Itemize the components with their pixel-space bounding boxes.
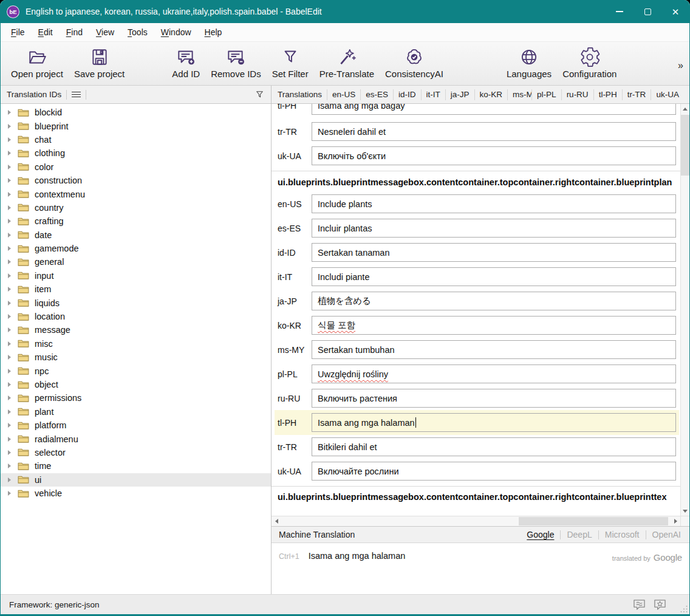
feedback-icon[interactable] (633, 599, 646, 611)
tree-item-message[interactable]: message (1, 323, 271, 337)
tree-item-date[interactable]: date (1, 228, 271, 242)
tree-item-input[interactable]: input (1, 269, 271, 282)
translation-input-tl-PH[interactable]: Isama ang mga bagay (312, 104, 676, 115)
tree-expand-icon[interactable] (8, 491, 11, 496)
horizontal-scrollbar[interactable] (272, 516, 680, 526)
mt-provider-deepl[interactable]: DeepL (561, 530, 598, 539)
tree-expand-icon[interactable] (8, 395, 11, 400)
menu-item-help[interactable]: Help (198, 25, 229, 39)
tree-expand-icon[interactable] (8, 233, 11, 238)
translation-input-en-US[interactable]: Include plants (312, 194, 676, 213)
tree-item-contextmenu[interactable]: contextmenu (1, 187, 271, 200)
toolbar-button-languages[interactable]: Languages (501, 45, 557, 80)
tree-item-crafting[interactable]: crafting (1, 214, 271, 228)
toolbar-button-pre-translate[interactable]: Pre-Translate (314, 45, 380, 80)
language-tab-uk-UA[interactable]: uk-UA (651, 89, 683, 100)
tree-expand-icon[interactable] (8, 450, 11, 455)
tree-item-platform[interactable]: platform (1, 419, 271, 432)
language-tab-id-ID[interactable]: id-ID (393, 89, 421, 100)
language-tab-es-ES[interactable]: es-ES (360, 89, 393, 100)
horizontal-scroll-thumb[interactable] (519, 517, 668, 525)
translation-input-tr-TR[interactable]: Nesneleri dahil et (312, 122, 676, 141)
tree-item-country[interactable]: country (1, 201, 271, 214)
scroll-down-icon[interactable] (681, 506, 689, 516)
tree-expand-icon[interactable] (8, 151, 11, 156)
tree-expand-icon[interactable] (8, 437, 11, 442)
tree-item-object[interactable]: object (1, 378, 271, 391)
toolbar-button-set-filter[interactable]: Set Filter (267, 45, 314, 80)
translation-input-ru-RU[interactable]: Включить растения (312, 389, 676, 408)
tree-item-music[interactable]: music (1, 351, 271, 364)
toolbar-button-add-id[interactable]: Add ID (166, 45, 205, 80)
toolbar-button-save-project[interactable]: Save project (69, 45, 130, 80)
menu-item-view[interactable]: View (89, 25, 121, 39)
translation-input-uk-UA[interactable]: Включіть об'єкти (312, 146, 676, 165)
tree-item-time[interactable]: time (1, 459, 271, 473)
tree-expand-icon[interactable] (8, 382, 11, 387)
scroll-right-icon[interactable] (671, 516, 680, 526)
tree-item-blockid[interactable]: blockid (1, 106, 271, 119)
toolbar-overflow-button[interactable]: » (678, 60, 683, 71)
tree-expand-icon[interactable] (8, 314, 11, 319)
tree-expand-icon[interactable] (8, 110, 11, 115)
tree-item-radialmenu[interactable]: radialmenu (1, 432, 271, 445)
mt-provider-google[interactable]: Google (521, 530, 560, 539)
menu-item-tools[interactable]: Tools (121, 25, 154, 39)
tree-expand-icon[interactable] (8, 464, 11, 468)
tree-item-plant[interactable]: plant (1, 405, 271, 419)
maximize-button[interactable] (634, 0, 661, 23)
translation-input-pl-PL[interactable]: Uwzględnij rośliny (312, 364, 676, 383)
tree-item-general[interactable]: general (1, 255, 271, 269)
tree-item-ui[interactable]: ui (1, 473, 271, 487)
language-tab-tr-TR[interactable]: tr-TR (622, 89, 651, 100)
tree-item-color[interactable]: color (1, 160, 271, 174)
toolbar-button-consistencyai[interactable]: ConsistencyAI (380, 45, 449, 80)
tree-expand-icon[interactable] (8, 369, 11, 374)
language-tab-ru-RU[interactable]: ru-RU (561, 89, 593, 100)
resize-grip[interactable] (680, 604, 688, 613)
tree-expand-icon[interactable] (8, 355, 11, 360)
tree-item-permissions[interactable]: permissions (1, 391, 271, 405)
toolbar-button-configuration[interactable]: Configuration (557, 45, 622, 80)
translation-input-ko-KR[interactable]: 식물 포함 (312, 316, 676, 335)
tree-expand-icon[interactable] (8, 205, 11, 210)
language-tab-ja-JP[interactable]: ja-JP (445, 89, 474, 100)
tree-expand-icon[interactable] (8, 477, 11, 482)
tree-expand-icon[interactable] (8, 409, 11, 414)
scroll-left-icon[interactable] (272, 516, 281, 526)
menu-item-file[interactable]: File (4, 25, 32, 39)
tree-expand-icon[interactable] (8, 273, 11, 278)
tree-item-misc[interactable]: misc (1, 337, 271, 351)
rate-star-icon[interactable] (654, 599, 666, 611)
language-tab-en-US[interactable]: en-US (327, 89, 360, 100)
close-button[interactable]: ✕ (661, 0, 689, 23)
translation-input-id-ID[interactable]: Sertakan tanaman (312, 243, 676, 262)
tree-expand-icon[interactable] (8, 165, 11, 169)
minimize-button[interactable] (606, 0, 634, 23)
vertical-scroll-thumb[interactable] (681, 115, 689, 176)
tree-expand-icon[interactable] (8, 287, 11, 292)
language-tab-tl-PH[interactable]: tl-PH (593, 89, 622, 100)
tree-expand-icon[interactable] (8, 423, 11, 428)
translation-input-it-IT[interactable]: Includi piante (312, 267, 676, 286)
tree-menu-icon[interactable] (72, 92, 81, 98)
tree-expand-icon[interactable] (8, 259, 11, 264)
mt-provider-openai[interactable]: OpenAI (646, 530, 682, 539)
language-tab-ko-KR[interactable]: ko-KR (474, 89, 508, 100)
tree-item-blueprint[interactable]: blueprint (1, 119, 271, 132)
tree-expand-icon[interactable] (8, 192, 11, 197)
toolbar-button-open-project[interactable]: Open project (5, 45, 69, 80)
menu-item-edit[interactable]: Edit (32, 25, 60, 39)
tree-expand-icon[interactable] (8, 246, 11, 251)
tree-expand-icon[interactable] (8, 124, 11, 129)
menu-item-find[interactable]: Find (60, 25, 89, 39)
vertical-scrollbar[interactable] (680, 104, 689, 516)
translation-input-uk-UA[interactable]: Включайте рослини (312, 462, 676, 481)
tree-expand-icon[interactable] (8, 178, 11, 183)
translation-input-ms-MY[interactable]: Sertakan tumbuhan (312, 340, 676, 359)
tree-item-npc[interactable]: npc (1, 364, 271, 377)
tree-item-item[interactable]: item (1, 282, 271, 296)
tree-item-chat[interactable]: chat (1, 133, 271, 146)
translation-input-tr-TR[interactable]: Bitkileri dahil et (312, 437, 676, 456)
tree-filter-icon[interactable] (254, 89, 265, 100)
